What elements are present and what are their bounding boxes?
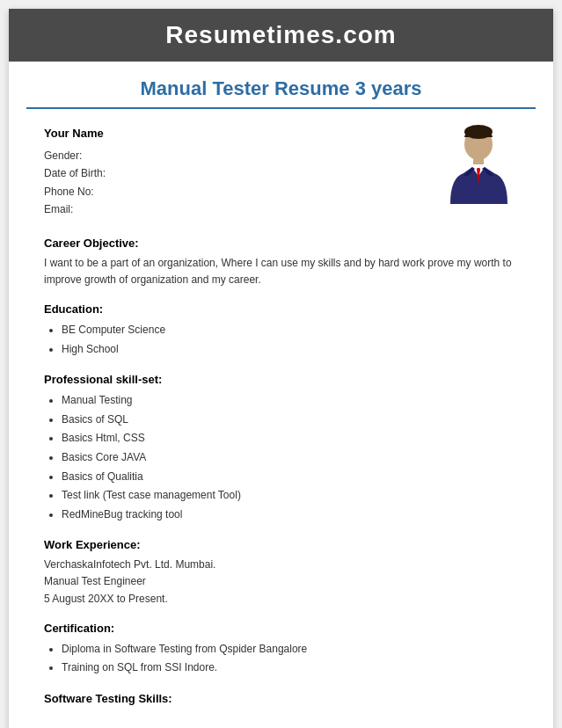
- resume-content: Your Name Gender: Date of Birth: Phone N…: [9, 127, 553, 705]
- profile-fields: Gender: Date of Birth: Phone No: Email:: [44, 147, 421, 219]
- career-objective-title: Career Objective:: [44, 237, 518, 250]
- svg-rect-1: [473, 157, 484, 164]
- software-testing-skills-title: Software Testing Skills:: [44, 692, 518, 705]
- resume-title: Manual Tester Resume 3 years: [26, 69, 536, 109]
- list-item: Test link (Test case management Tool): [62, 486, 518, 506]
- list-item: Basics Html, CSS: [62, 429, 518, 448]
- software-testing-skills-section: Software Testing Skills:: [44, 692, 518, 705]
- education-list: BE Computer Science High School: [44, 321, 518, 359]
- list-item: Basics of Qualitia: [62, 468, 518, 487]
- skills-title: Professional skill-set:: [44, 373, 518, 386]
- work-company: VerchaskaInfotech Pvt. Ltd. Mumbai.: [44, 557, 518, 573]
- resume-page: Resumetimes.com Manual Tester Resume 3 y…: [9, 9, 553, 728]
- work-role: Manual Test Engineer: [44, 573, 518, 590]
- profile-info: Your Name Gender: Date of Birth: Phone N…: [44, 127, 421, 219]
- list-item: Manual Testing: [62, 391, 518, 411]
- phone-field: Phone No:: [44, 183, 421, 200]
- profile-name: Your Name: [44, 127, 421, 140]
- list-item: Diploma in Software Testing from Qspider…: [62, 640, 518, 659]
- career-objective-section: Career Objective: I want to be a part of…: [44, 237, 518, 288]
- list-item: High School: [62, 340, 518, 360]
- list-item: Basics Core JAVA: [62, 448, 518, 468]
- gender-field: Gender:: [44, 147, 421, 164]
- certification-list: Diploma in Software Testing from Qspider…: [44, 640, 518, 678]
- skills-list: Manual Testing Basics of SQL Basics Html…: [44, 391, 518, 524]
- dob-field: Date of Birth:: [44, 164, 421, 182]
- work-duration: 5 August 20XX to Present.: [44, 591, 518, 608]
- education-section: Education: BE Computer Science High Scho…: [44, 302, 518, 359]
- education-title: Education:: [44, 302, 518, 316]
- avatar: [439, 127, 518, 206]
- list-item: RedMineBug tracking tool: [62, 506, 518, 525]
- list-item: BE Computer Science: [62, 321, 518, 340]
- work-experience-title: Work Experience:: [44, 538, 518, 551]
- profile-section: Your Name Gender: Date of Birth: Phone N…: [44, 127, 518, 219]
- list-item: Training on SQL from SSI Indore.: [62, 659, 518, 678]
- brand-title: Resumetimes.com: [26, 21, 536, 49]
- certification-section: Certification: Diploma in Software Testi…: [44, 622, 518, 678]
- list-item: Basics of SQL: [62, 411, 518, 430]
- email-field: Email:: [44, 200, 421, 218]
- skills-section: Professional skill-set: Manual Testing B…: [44, 373, 518, 524]
- header-banner: Resumetimes.com: [9, 9, 553, 62]
- certification-title: Certification:: [44, 622, 518, 635]
- work-experience-section: Work Experience: VerchaskaInfotech Pvt. …: [44, 538, 518, 608]
- career-objective-text: I want to be a part of an organization, …: [44, 255, 518, 288]
